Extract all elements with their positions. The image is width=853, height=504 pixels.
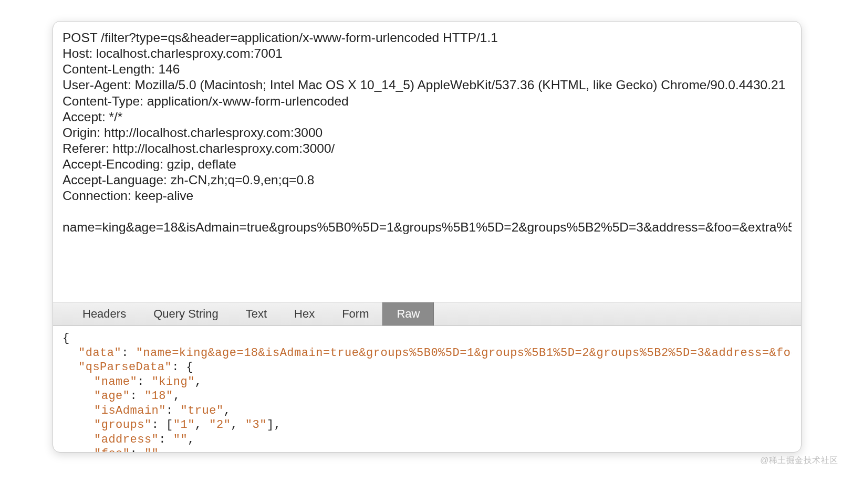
json-field-address: "address": "", [63, 433, 792, 447]
json-data-line: "data": "name=king&age=18&isAdmain=true&… [63, 346, 792, 361]
watermark: @稀土掘金技术社区 [760, 455, 838, 466]
tab-label: Headers [82, 307, 126, 321]
tab-text[interactable]: Text [232, 302, 280, 326]
tab-label: Raw [397, 307, 420, 321]
tab-hex[interactable]: Hex [280, 302, 328, 326]
tab-label: Hex [294, 307, 315, 321]
header-accept: Accept: */* [63, 109, 792, 125]
tab-query-string[interactable]: Query String [140, 302, 232, 326]
header-host: Host: localhost.charlesproxy.com:7001 [63, 46, 792, 61]
header-content-type: Content-Type: application/x-www-form-url… [63, 93, 792, 109]
blank-line [63, 204, 792, 219]
proxy-session-window: POST /filter?type=qs&header=application/… [53, 21, 802, 453]
json-field-groups: "groups": ["1", "2", "3"], [63, 418, 792, 433]
header-referer: Referer: http://localhost.charlesproxy.c… [63, 141, 792, 156]
json-qsparse-open: "qsParseData": { [63, 360, 792, 375]
json-open-brace: { [63, 331, 792, 346]
json-field-name: "name": "king", [63, 375, 792, 390]
header-user-agent: User-Agent: Mozilla/5.0 (Macintosh; Inte… [63, 77, 792, 93]
header-connection: Connection: keep-alive [63, 188, 792, 204]
request-body: name=king&age=18&isAdmain=true&groups%5B… [63, 219, 792, 235]
header-origin: Origin: http://localhost.charlesproxy.co… [63, 125, 792, 141]
json-field-age: "age": "18", [63, 389, 792, 404]
tab-headers[interactable]: Headers [69, 302, 140, 326]
tab-label: Text [246, 307, 267, 321]
raw-request-pane[interactable]: POST /filter?type=qs&header=application/… [53, 22, 801, 302]
header-content-length: Content-Length: 146 [63, 61, 792, 77]
tab-label: Query String [153, 307, 219, 321]
response-json-pane[interactable]: { "data": "name=king&age=18&isAdmain=tru… [53, 326, 801, 452]
header-accept-language: Accept-Language: zh-CN,zh;q=0.9,en;q=0.8 [63, 172, 792, 188]
json-field-isadmain: "isAdmain": "true", [63, 404, 792, 418]
tab-label: Form [342, 307, 369, 321]
view-tabbar: Headers Query String Text Hex Form Raw [53, 302, 801, 326]
json-field-foo: "foo": "", [63, 447, 792, 452]
tab-form[interactable]: Form [328, 302, 382, 326]
tab-raw[interactable]: Raw [382, 302, 434, 326]
request-line: POST /filter?type=qs&header=application/… [63, 30, 792, 46]
header-accept-encoding: Accept-Encoding: gzip, deflate [63, 156, 792, 172]
